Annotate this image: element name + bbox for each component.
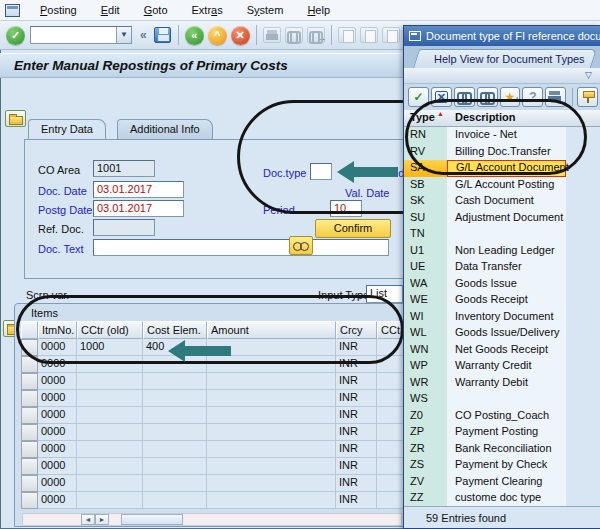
doc-type-code[interactable]: Z0 (404, 408, 447, 425)
exit-icon[interactable]: ^ (208, 26, 227, 45)
doc-type-description[interactable] (447, 226, 566, 243)
doc-type-description[interactable]: CO Posting_Coach (447, 408, 566, 425)
doc-type-row[interactable]: U1Non Leading Ledger (404, 243, 566, 260)
find-icon[interactable] (285, 27, 303, 43)
doc-type-code[interactable]: ZP (404, 424, 447, 441)
items-h-scrollbar[interactable]: ◄ ► (22, 513, 402, 526)
enter-check-icon[interactable]: ✓ (6, 26, 25, 45)
confirm-button[interactable]: Confirm (315, 219, 391, 238)
scroll-right-icon[interactable]: ► (95, 514, 109, 525)
doc-type-row[interactable]: ZVPayment Clearing (404, 474, 566, 491)
expand-restrictions-icon[interactable]: ▽ (585, 70, 592, 80)
doc-type-code[interactable]: WP (404, 358, 447, 375)
items-cell[interactable] (207, 407, 336, 424)
page-up-icon[interactable] (360, 27, 378, 43)
items-cell[interactable] (207, 475, 336, 492)
header-expand-icon[interactable] (5, 110, 26, 127)
items-cell[interactable] (143, 441, 207, 458)
tab-additional-info[interactable]: Additional Info (117, 119, 213, 139)
items-cell[interactable]: 0000 (38, 458, 77, 475)
doc-type-code[interactable]: UE (404, 259, 447, 276)
page-down-icon[interactable] (382, 27, 400, 43)
row-selector[interactable] (21, 475, 38, 492)
items-cell[interactable] (143, 475, 207, 492)
sap-screen-icon[interactable] (5, 4, 20, 17)
items-table-row[interactable]: 0000INR (21, 373, 420, 390)
items-cell[interactable]: INR (336, 373, 377, 390)
items-cell[interactable]: INR (336, 407, 377, 424)
doc-type-description[interactable]: Non Leading Ledger (447, 243, 566, 260)
items-cell[interactable] (77, 492, 143, 509)
doc-type-description[interactable]: custome doc type (447, 490, 566, 507)
items-cell[interactable]: 0000 (38, 492, 77, 509)
co-area-field[interactable]: 1001 (93, 160, 155, 177)
doc-type-row[interactable]: UEData Transfer (404, 259, 566, 276)
print-icon[interactable] (263, 27, 281, 43)
first-page-icon[interactable] (338, 27, 356, 43)
items-cell[interactable]: 0000 (38, 424, 77, 441)
items-cell[interactable]: INR (336, 475, 377, 492)
doc-type-description[interactable]: Inventory Document (447, 309, 566, 326)
doc-type-code[interactable]: WS (404, 391, 447, 408)
items-cell[interactable] (77, 424, 143, 441)
items-table-row[interactable]: 0000INR (21, 475, 420, 492)
doc-type-row[interactable]: ZSPayment by Check (404, 457, 566, 474)
doc-type-description[interactable]: Warranty Debit (447, 375, 566, 392)
ref-doc-field[interactable] (93, 219, 155, 236)
doc-type-code[interactable]: WE (404, 292, 447, 309)
tab-entry-data[interactable]: Entry Data (28, 119, 106, 139)
items-cell[interactable]: INR (336, 390, 377, 407)
cancel-icon[interactable]: ✕ (231, 26, 250, 45)
doc-type-description[interactable]: Goods Receipt (447, 292, 566, 309)
doc-type-row[interactable]: WAGoods Issue (404, 276, 566, 293)
items-table-row[interactable]: 0000INR (21, 492, 420, 509)
doc-type-code[interactable]: WL (404, 325, 447, 342)
doc-type-row[interactable]: WLGoods Issue/Delivery (404, 325, 566, 342)
items-cell[interactable] (143, 458, 207, 475)
items-cell[interactable] (77, 390, 143, 407)
doc-type-code[interactable]: WA (404, 276, 447, 293)
doc-type-description[interactable]: Payment Posting (447, 424, 566, 441)
items-cell[interactable] (77, 407, 143, 424)
items-cell[interactable]: INR (336, 492, 377, 509)
items-cell[interactable] (77, 458, 143, 475)
menu-help[interactable]: Help (295, 1, 342, 19)
row-selector[interactable] (21, 407, 38, 424)
items-cell[interactable]: 0000 (38, 390, 77, 407)
doc-type-code[interactable]: WR (404, 375, 447, 392)
row-selector[interactable] (21, 424, 38, 441)
doc-text-field[interactable] (93, 239, 389, 256)
doc-type-description[interactable]: Payment Clearing (447, 474, 566, 491)
doc-type-code[interactable]: TN (404, 226, 447, 243)
doc-type-row[interactable]: WIInventory Document (404, 309, 566, 326)
doc-type-row[interactable]: WPWarranty Credit (404, 358, 566, 375)
items-cell[interactable] (143, 373, 207, 390)
doc-type-row[interactable]: ZPPayment Posting (404, 424, 566, 441)
doc-type-code[interactable]: U1 (404, 243, 447, 260)
doc-type-row[interactable]: TN (404, 226, 566, 243)
doc-type-code[interactable]: SB (404, 177, 447, 194)
display-glasses-icon[interactable] (289, 236, 313, 255)
items-cell[interactable] (143, 424, 207, 441)
doc-type-row[interactable]: ZRBank Reconciliation (404, 441, 566, 458)
doc-type-code[interactable]: WN (404, 342, 447, 359)
items-cell[interactable] (207, 458, 336, 475)
doc-type-row[interactable]: SKCash Document (404, 193, 566, 210)
dialog-title-bar[interactable]: Document type of FI reference docu (404, 26, 600, 46)
items-cell[interactable] (207, 390, 336, 407)
items-table-row[interactable]: 0000INR (21, 424, 420, 441)
doc-type-code[interactable]: ZS (404, 457, 447, 474)
items-cell[interactable] (77, 373, 143, 390)
menu-system[interactable]: System (235, 1, 296, 19)
doc-type-row[interactable]: WNNet Goods Receipt (404, 342, 566, 359)
doc-type-description[interactable]: Bank Reconciliation (447, 441, 566, 458)
doc-type-description[interactable]: Net Goods Receipt (447, 342, 566, 359)
items-cell[interactable]: INR (336, 441, 377, 458)
scroll-left-icon[interactable]: ◄ (81, 514, 95, 525)
row-selector[interactable] (21, 492, 38, 509)
doc-date-field[interactable]: 03.01.2017 (93, 181, 184, 198)
doc-type-row[interactable]: WS (404, 391, 566, 408)
doc-type-row[interactable]: WEGoods Receipt (404, 292, 566, 309)
menu-posting[interactable]: Posting (28, 1, 89, 19)
doc-type-code[interactable]: SU (404, 210, 447, 227)
